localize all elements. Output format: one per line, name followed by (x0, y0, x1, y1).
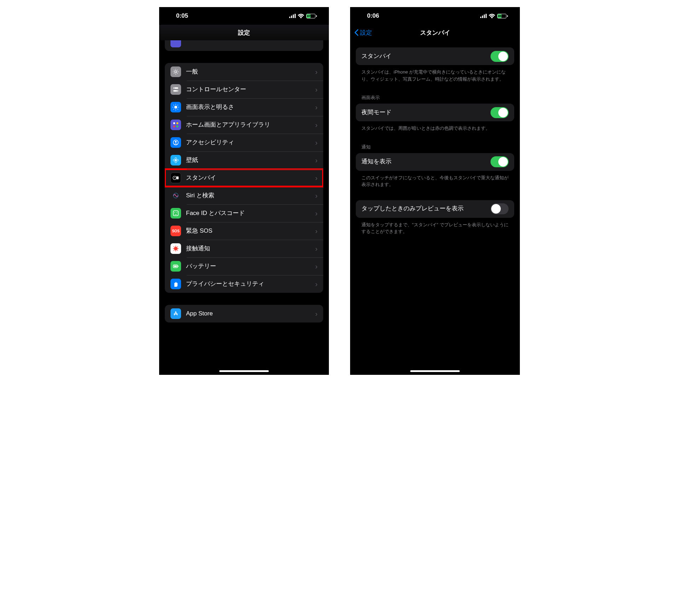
settings-row-display[interactable]: 画面表示と明るさ › (165, 98, 323, 116)
settings-row-siri[interactable]: Siri と検索 › (165, 187, 323, 204)
wifi-icon (298, 14, 304, 18)
row-label: 画面表示と明るさ (186, 103, 310, 111)
battery-icon (170, 261, 181, 272)
appstore-icon (170, 308, 181, 319)
wifi-icon (489, 14, 495, 18)
section-footer: スタンバイは、iPhone が充電中で横向きになっているときにオンになり、ウィジ… (356, 65, 514, 82)
chevron-right-icon: › (315, 86, 318, 94)
section-list: 通知を表示 (356, 153, 514, 171)
settings-content[interactable]: 一般 › コントロールセンター › 画面表示と明るさ › ホーム画面とアプリライ… (159, 40, 329, 337)
hand-icon (170, 279, 181, 289)
row-label: 壁紙 (186, 156, 310, 164)
gear-icon (170, 66, 181, 77)
svg-point-24 (175, 159, 176, 161)
row-label: コントロールセンター (186, 86, 310, 93)
status-bar: 0:06 46 (350, 7, 520, 25)
svg-line-17 (178, 105, 178, 106)
section-header: 画面表示 (356, 94, 514, 104)
row-label: スタンバイ (361, 52, 486, 60)
svg-point-6 (174, 88, 175, 88)
virus-icon (170, 243, 181, 254)
chevron-right-icon: › (315, 156, 318, 164)
svg-rect-50 (484, 14, 485, 18)
svg-rect-3 (295, 14, 296, 18)
svg-point-36 (174, 247, 178, 250)
svg-line-14 (174, 105, 174, 106)
settings-row-sos[interactable]: SOS 緊急 SOS › (165, 222, 323, 240)
toggle-row-show_notif[interactable]: 通知を表示 (356, 153, 514, 171)
settings-row-exposure[interactable]: 接触通知 › (165, 240, 323, 257)
cellular-icon (289, 14, 296, 18)
svg-point-35 (176, 212, 177, 213)
standby-content[interactable]: スタンバイ スタンバイは、iPhone が充電中で横向きになっているときにオンに… (350, 40, 520, 249)
section-footer: 通知をタップするまで、"スタンバイ" でプレビューを表示しないようにすることがで… (356, 218, 514, 235)
chevron-right-icon: › (315, 262, 318, 271)
row-label: 緊急 SOS (186, 227, 310, 235)
svg-point-8 (177, 91, 178, 91)
chevron-right-icon: › (315, 280, 318, 288)
chevron-right-icon: › (315, 139, 318, 147)
row-label: ホーム画面とアプリライブラリ (186, 121, 310, 129)
svg-rect-0 (289, 17, 290, 18)
settings-row-general[interactable]: 一般 › (165, 63, 323, 81)
row-label: 一般 (186, 68, 310, 76)
row-label: 通知を表示 (361, 158, 486, 165)
settings-row-standby[interactable]: スタンバイ › (165, 169, 323, 187)
settings-row-battery[interactable]: バッテリー › (165, 257, 323, 275)
settings-row-wallpaper[interactable]: 壁紙 › (165, 151, 323, 169)
toggle-row-tap_preview[interactable]: タップしたときのみプレビューを表示 (356, 200, 514, 218)
chevron-right-icon: › (315, 310, 318, 318)
row-label: プライバシーとセキュリティ (186, 280, 310, 288)
section-footer: このスイッチがオフになっていると、今後もスタンバイで重大な通知が表示されます。 (356, 171, 514, 188)
settings-list-next: App Store › (165, 305, 323, 322)
svg-line-16 (174, 109, 174, 110)
status-time: 0:06 (367, 12, 379, 19)
svg-point-28 (177, 159, 179, 161)
sun-icon (170, 102, 181, 112)
back-button[interactable]: 設定 (354, 25, 372, 40)
page-title: 設定 (238, 29, 250, 37)
settings-list: 一般 › コントロールセンター › 画面表示と明るさ › ホーム画面とアプリライ… (165, 63, 323, 293)
chevron-right-icon: › (315, 245, 318, 253)
toggle-switch[interactable] (491, 203, 509, 214)
svg-rect-33 (173, 211, 178, 216)
svg-rect-49 (482, 16, 483, 18)
svg-rect-20 (173, 126, 175, 127)
chevron-right-icon: › (315, 227, 318, 235)
settings-row-accessibility[interactable]: アクセシビリティ › (165, 134, 323, 151)
svg-line-42 (177, 250, 178, 251)
svg-point-34 (174, 212, 175, 213)
toggle-row-night[interactable]: 夜間モード (356, 104, 514, 121)
row-label: アクセシビリティ (186, 139, 310, 146)
settings-row-appstore[interactable]: App Store › (165, 305, 323, 322)
cellular-icon (480, 14, 487, 18)
svg-point-23 (175, 141, 177, 143)
svg-line-41 (174, 246, 174, 247)
svg-rect-46 (178, 266, 179, 267)
row-label: Face ID とパスコード (186, 209, 310, 217)
toggle-row-standby[interactable]: スタンバイ (356, 47, 514, 65)
toggle-switch[interactable] (491, 51, 509, 62)
settings-row-privacy[interactable]: プライバシーとセキュリティ › (165, 275, 323, 293)
svg-rect-2 (293, 14, 294, 18)
settings-row-faceid[interactable]: Face ID とパスコード › (165, 204, 323, 222)
row-label: スタンバイ (186, 174, 310, 182)
toggle-switch[interactable] (491, 107, 509, 118)
section-list: タップしたときのみプレビューを表示 (356, 200, 514, 218)
svg-line-15 (178, 109, 178, 110)
row-label: App Store (186, 310, 310, 318)
toggle-switch[interactable] (491, 156, 509, 167)
svg-rect-1 (291, 16, 292, 18)
clockcard-icon (170, 173, 181, 183)
battery-icon: 47 (306, 14, 317, 18)
nav-header: 設定 (159, 25, 329, 40)
page-title: スタンバイ (420, 29, 450, 37)
settings-row-control[interactable]: コントロールセンター › (165, 81, 323, 98)
section-list: 夜間モード (356, 104, 514, 121)
settings-row-home[interactable]: ホーム画面とアプリライブラリ › (165, 116, 323, 134)
home-indicator[interactable] (219, 370, 269, 372)
status-time: 0:05 (176, 12, 188, 19)
home-indicator[interactable] (410, 370, 460, 372)
nav-header: 設定 スタンバイ (350, 25, 520, 40)
svg-point-26 (175, 161, 177, 163)
